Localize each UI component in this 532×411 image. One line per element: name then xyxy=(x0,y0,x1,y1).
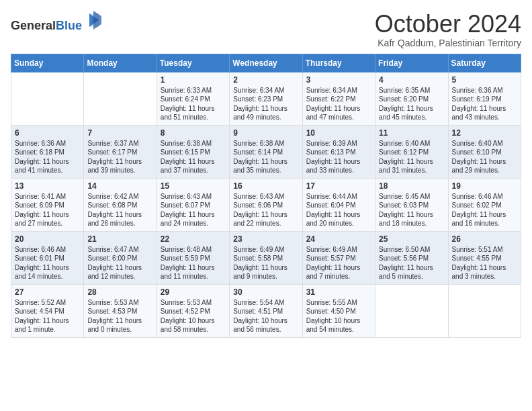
day-info: Sunrise: 6:47 AM Sunset: 6:00 PM Dayligh… xyxy=(87,245,152,281)
day-number: 1 xyxy=(161,75,226,85)
calendar-cell: 8Sunrise: 6:38 AM Sunset: 6:15 PM Daylig… xyxy=(157,125,229,178)
day-info: Sunrise: 5:53 AM Sunset: 4:52 PM Dayligh… xyxy=(161,298,226,334)
day-number: 10 xyxy=(306,128,371,138)
calendar-cell: 26Sunrise: 5:51 AM Sunset: 4:55 PM Dayli… xyxy=(448,231,521,284)
calendar-cell: 18Sunrise: 6:45 AM Sunset: 6:03 PM Dayli… xyxy=(375,178,448,231)
day-info: Sunrise: 6:46 AM Sunset: 6:02 PM Dayligh… xyxy=(452,192,517,228)
column-header-saturday: Saturday xyxy=(448,54,521,72)
day-number: 21 xyxy=(87,234,152,244)
calendar-cell: 16Sunrise: 6:43 AM Sunset: 6:06 PM Dayli… xyxy=(230,178,302,231)
day-info: Sunrise: 6:40 AM Sunset: 6:12 PM Dayligh… xyxy=(379,139,444,175)
day-info: Sunrise: 6:36 AM Sunset: 6:18 PM Dayligh… xyxy=(15,139,80,175)
calendar-cell: 29Sunrise: 5:53 AM Sunset: 4:52 PM Dayli… xyxy=(157,284,229,337)
calendar-cell: 24Sunrise: 6:49 AM Sunset: 5:57 PM Dayli… xyxy=(302,231,375,284)
calendar-cell: 9Sunrise: 6:38 AM Sunset: 6:14 PM Daylig… xyxy=(230,125,302,178)
day-number: 15 xyxy=(161,181,226,191)
day-info: Sunrise: 6:41 AM Sunset: 6:09 PM Dayligh… xyxy=(15,192,80,228)
calendar-table: SundayMondayTuesdayWednesdayThursdayFrid… xyxy=(11,54,521,338)
day-info: Sunrise: 6:40 AM Sunset: 6:10 PM Dayligh… xyxy=(452,139,517,175)
logo-blue-text: Blue xyxy=(56,19,82,32)
calendar-cell: 10Sunrise: 6:39 AM Sunset: 6:13 PM Dayli… xyxy=(302,125,375,178)
column-header-tuesday: Tuesday xyxy=(157,54,229,72)
day-info: Sunrise: 6:45 AM Sunset: 6:03 PM Dayligh… xyxy=(379,192,444,228)
day-number: 9 xyxy=(233,128,298,138)
day-info: Sunrise: 6:43 AM Sunset: 6:07 PM Dayligh… xyxy=(161,192,226,228)
logo-icon xyxy=(87,11,101,30)
column-header-sunday: Sunday xyxy=(11,54,84,72)
calendar-cell xyxy=(375,284,448,337)
calendar-cell: 23Sunrise: 6:49 AM Sunset: 5:58 PM Dayli… xyxy=(230,231,302,284)
day-number: 18 xyxy=(379,181,444,191)
day-number: 2 xyxy=(233,75,298,85)
calendar-header-row: SundayMondayTuesdayWednesdayThursdayFrid… xyxy=(11,54,521,72)
day-number: 26 xyxy=(452,234,517,244)
day-number: 29 xyxy=(161,287,226,297)
logo: GeneralBlue xyxy=(11,11,101,33)
calendar-week-row: 20Sunrise: 6:46 AM Sunset: 6:01 PM Dayli… xyxy=(11,231,521,284)
calendar-cell: 22Sunrise: 6:48 AM Sunset: 5:59 PM Dayli… xyxy=(157,231,229,284)
day-info: Sunrise: 6:38 AM Sunset: 6:15 PM Dayligh… xyxy=(161,139,226,175)
column-header-wednesday: Wednesday xyxy=(230,54,302,72)
calendar-cell xyxy=(448,284,521,337)
calendar-cell: 6Sunrise: 6:36 AM Sunset: 6:18 PM Daylig… xyxy=(11,125,84,178)
day-info: Sunrise: 6:33 AM Sunset: 6:24 PM Dayligh… xyxy=(161,86,226,122)
calendar-cell: 30Sunrise: 5:54 AM Sunset: 4:51 PM Dayli… xyxy=(230,284,302,337)
day-info: Sunrise: 6:44 AM Sunset: 6:04 PM Dayligh… xyxy=(306,192,371,228)
day-info: Sunrise: 6:43 AM Sunset: 6:06 PM Dayligh… xyxy=(233,192,298,228)
calendar-week-row: 1Sunrise: 6:33 AM Sunset: 6:24 PM Daylig… xyxy=(11,72,521,125)
calendar-cell: 28Sunrise: 5:53 AM Sunset: 4:53 PM Dayli… xyxy=(84,284,157,337)
day-number: 8 xyxy=(161,128,226,138)
day-number: 5 xyxy=(452,75,517,85)
day-number: 20 xyxy=(15,234,80,244)
column-header-friday: Friday xyxy=(375,54,448,72)
calendar-cell: 31Sunrise: 5:55 AM Sunset: 4:50 PM Dayli… xyxy=(302,284,375,337)
calendar-cell xyxy=(11,72,84,125)
day-info: Sunrise: 6:50 AM Sunset: 5:56 PM Dayligh… xyxy=(379,245,444,281)
calendar-cell xyxy=(84,72,157,125)
column-header-thursday: Thursday xyxy=(302,54,375,72)
calendar-cell: 2Sunrise: 6:34 AM Sunset: 6:23 PM Daylig… xyxy=(230,72,302,125)
day-info: Sunrise: 5:51 AM Sunset: 4:55 PM Dayligh… xyxy=(452,245,517,281)
day-number: 25 xyxy=(379,234,444,244)
calendar-cell: 12Sunrise: 6:40 AM Sunset: 6:10 PM Dayli… xyxy=(448,125,521,178)
calendar-week-row: 6Sunrise: 6:36 AM Sunset: 6:18 PM Daylig… xyxy=(11,125,521,178)
day-number: 16 xyxy=(233,181,298,191)
day-number: 11 xyxy=(379,128,444,138)
day-number: 28 xyxy=(87,287,152,297)
day-number: 22 xyxy=(161,234,226,244)
day-info: Sunrise: 6:48 AM Sunset: 5:59 PM Dayligh… xyxy=(161,245,226,281)
calendar-cell: 15Sunrise: 6:43 AM Sunset: 6:07 PM Dayli… xyxy=(157,178,229,231)
day-number: 7 xyxy=(87,128,152,138)
day-info: Sunrise: 6:42 AM Sunset: 6:08 PM Dayligh… xyxy=(87,192,152,228)
day-number: 23 xyxy=(233,234,298,244)
day-number: 27 xyxy=(15,287,80,297)
calendar-cell: 11Sunrise: 6:40 AM Sunset: 6:12 PM Dayli… xyxy=(375,125,448,178)
month-title: October 2024 xyxy=(375,11,521,38)
day-info: Sunrise: 5:55 AM Sunset: 4:50 PM Dayligh… xyxy=(306,298,371,334)
day-info: Sunrise: 6:38 AM Sunset: 6:14 PM Dayligh… xyxy=(233,139,298,175)
day-number: 4 xyxy=(379,75,444,85)
day-number: 30 xyxy=(233,287,298,297)
day-number: 19 xyxy=(452,181,517,191)
calendar-cell: 20Sunrise: 6:46 AM Sunset: 6:01 PM Dayli… xyxy=(11,231,84,284)
location-subtitle: Kafr Qaddum, Palestinian Territory xyxy=(375,38,521,48)
calendar-cell: 25Sunrise: 6:50 AM Sunset: 5:56 PM Dayli… xyxy=(375,231,448,284)
svg-marker-2 xyxy=(93,11,101,30)
calendar-cell: 21Sunrise: 6:47 AM Sunset: 6:00 PM Dayli… xyxy=(84,231,157,284)
day-info: Sunrise: 6:49 AM Sunset: 5:58 PM Dayligh… xyxy=(233,245,298,281)
calendar-cell: 1Sunrise: 6:33 AM Sunset: 6:24 PM Daylig… xyxy=(157,72,229,125)
calendar-cell: 19Sunrise: 6:46 AM Sunset: 6:02 PM Dayli… xyxy=(448,178,521,231)
day-number: 31 xyxy=(306,287,371,297)
day-number: 13 xyxy=(15,181,80,191)
day-number: 17 xyxy=(306,181,371,191)
calendar-cell: 17Sunrise: 6:44 AM Sunset: 6:04 PM Dayli… xyxy=(302,178,375,231)
column-header-monday: Monday xyxy=(84,54,157,72)
title-area: October 2024 Kafr Qaddum, Palestinian Te… xyxy=(375,11,521,48)
calendar-cell: 14Sunrise: 6:42 AM Sunset: 6:08 PM Dayli… xyxy=(84,178,157,231)
calendar-cell: 4Sunrise: 6:35 AM Sunset: 6:20 PM Daylig… xyxy=(375,72,448,125)
day-info: Sunrise: 5:52 AM Sunset: 4:54 PM Dayligh… xyxy=(15,298,80,334)
calendar-cell: 7Sunrise: 6:37 AM Sunset: 6:17 PM Daylig… xyxy=(84,125,157,178)
calendar-week-row: 27Sunrise: 5:52 AM Sunset: 4:54 PM Dayli… xyxy=(11,284,521,337)
day-info: Sunrise: 6:39 AM Sunset: 6:13 PM Dayligh… xyxy=(306,139,371,175)
day-info: Sunrise: 5:54 AM Sunset: 4:51 PM Dayligh… xyxy=(233,298,298,334)
